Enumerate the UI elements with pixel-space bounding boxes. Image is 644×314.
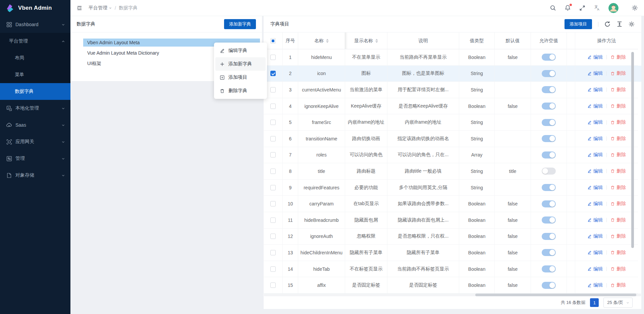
sidebar-item-3[interactable]: Saas: [0, 117, 70, 133]
row-checkbox[interactable]: [270, 250, 276, 255]
sidebar-item-1[interactable]: 平台管理: [0, 33, 70, 50]
edit-button[interactable]: 编辑: [587, 185, 603, 191]
page-1-button[interactable]: 1: [590, 298, 599, 307]
sidebar-item-5[interactable]: 管理: [0, 150, 70, 167]
delete-button[interactable]: 删除: [610, 266, 626, 272]
row-checkbox[interactable]: [270, 234, 276, 239]
header-display-name[interactable]: 显示名称: [345, 33, 387, 49]
allow-empty-toggle[interactable]: [542, 103, 556, 110]
allow-empty-toggle[interactable]: [542, 70, 556, 77]
allow-empty-toggle[interactable]: [542, 168, 556, 175]
sidebar-item-4[interactable]: 应用网关: [0, 133, 70, 150]
edit-button[interactable]: 编辑: [587, 282, 603, 288]
cell-name: hideBreadcrumb: [298, 212, 345, 229]
delete-button[interactable]: 删除: [610, 185, 626, 191]
edit-button[interactable]: 编辑: [587, 103, 603, 109]
delete-button[interactable]: 删除: [610, 103, 626, 109]
edit-button[interactable]: 编辑: [587, 136, 603, 142]
sidebar-subitem-布局[interactable]: 布局: [0, 50, 70, 66]
horizontal-scrollbar-thumb[interactable]: [475, 294, 636, 296]
allow-empty-toggle[interactable]: [542, 151, 556, 159]
row-height-icon[interactable]: [616, 21, 623, 27]
refresh-icon[interactable]: [604, 21, 610, 27]
context-menu-item-0[interactable]: 编辑字典: [215, 44, 266, 57]
delete-button[interactable]: 删除: [610, 136, 626, 142]
add-item-button[interactable]: 添加项目: [565, 19, 592, 29]
edit-button[interactable]: 编辑: [587, 217, 603, 223]
row-checkbox[interactable]: [270, 55, 276, 60]
edit-button[interactable]: 编辑: [587, 201, 603, 207]
allow-empty-toggle[interactable]: [542, 135, 556, 142]
delete-button[interactable]: 删除: [610, 201, 626, 207]
row-checkbox[interactable]: [270, 282, 276, 288]
sidebar-item-6[interactable]: 对象存储: [0, 167, 70, 184]
allow-empty-toggle[interactable]: [542, 119, 556, 126]
page-size-select[interactable]: 25 条/页: [603, 298, 633, 308]
header-display-name-label: 显示名称: [354, 38, 373, 44]
delete-button[interactable]: 删除: [610, 250, 626, 256]
sidebar-subitem-数据字典[interactable]: 数据字典: [0, 83, 70, 100]
delete-button[interactable]: 删除: [610, 87, 626, 93]
row-checkbox[interactable]: [270, 201, 276, 206]
allow-empty-toggle[interactable]: [542, 233, 556, 240]
edit-button[interactable]: 编辑: [587, 119, 603, 125]
add-dictionary-button[interactable]: 添加新字典: [224, 19, 256, 29]
row-checkbox[interactable]: [270, 217, 276, 223]
delete-button[interactable]: 删除: [610, 282, 626, 288]
sidebar-item-2[interactable]: A本地化管理: [0, 100, 70, 117]
cell-description: 隐藏该路由在面包屑上...: [387, 212, 459, 229]
row-checkbox[interactable]: [270, 266, 276, 272]
context-menu-item-3[interactable]: 删除字典: [215, 84, 266, 98]
app-logo[interactable]: Vben Admin: [0, 0, 70, 16]
edit-button[interactable]: 编辑: [587, 233, 603, 239]
allow-empty-toggle[interactable]: [542, 265, 556, 272]
row-checkbox[interactable]: [270, 185, 276, 190]
header-name[interactable]: 名称: [298, 33, 345, 49]
edit-button[interactable]: 编辑: [587, 54, 603, 60]
sidebar-item-0[interactable]: Dashboard: [0, 16, 70, 33]
delete-button[interactable]: 删除: [610, 168, 626, 174]
breadcrumb-item-platform[interactable]: 平台管理: [89, 5, 112, 11]
edit-button[interactable]: 编辑: [587, 87, 603, 93]
context-menu-item-1[interactable]: 添加新字典: [215, 57, 266, 71]
edit-button[interactable]: 编辑: [587, 152, 603, 158]
allow-empty-toggle[interactable]: [542, 249, 556, 256]
edit-button[interactable]: 编辑: [587, 250, 603, 256]
avatar[interactable]: [608, 3, 619, 13]
row-checkbox[interactable]: [270, 169, 276, 174]
settings-gear-icon[interactable]: [631, 5, 638, 11]
breadcrumb-item-dict[interactable]: 数据字典: [119, 5, 138, 11]
row-checkbox[interactable]: [270, 71, 276, 76]
edit-button[interactable]: 编辑: [587, 266, 603, 272]
cell-default-value: false: [495, 229, 531, 245]
gear-icon[interactable]: [629, 21, 635, 27]
menu-fold-icon[interactable]: [76, 5, 83, 11]
row-checkbox[interactable]: [270, 87, 276, 92]
sidebar-subitem-菜单[interactable]: 菜单: [0, 66, 70, 83]
bell-icon[interactable]: [564, 5, 571, 11]
edit-button[interactable]: 编辑: [587, 168, 603, 174]
delete-button[interactable]: 删除: [610, 152, 626, 158]
delete-button[interactable]: 删除: [610, 217, 626, 223]
allow-empty-toggle[interactable]: [542, 86, 556, 93]
row-checkbox[interactable]: [270, 104, 276, 109]
delete-button[interactable]: 删除: [610, 54, 626, 60]
delete-button[interactable]: 删除: [610, 70, 626, 76]
vertical-scrollbar[interactable]: [631, 52, 634, 248]
allow-empty-toggle[interactable]: [542, 282, 556, 289]
allow-empty-toggle[interactable]: [542, 54, 556, 61]
row-checkbox[interactable]: [270, 120, 276, 125]
allow-empty-toggle[interactable]: [542, 184, 556, 191]
allow-empty-toggle[interactable]: [542, 216, 556, 224]
edit-button[interactable]: 编辑: [587, 70, 603, 76]
fullscreen-icon[interactable]: [579, 5, 586, 11]
delete-button[interactable]: 删除: [610, 233, 626, 239]
row-checkbox[interactable]: [270, 136, 276, 141]
context-menu-item-2[interactable]: 添加项目: [215, 71, 266, 84]
allow-empty-toggle[interactable]: [542, 200, 556, 207]
row-checkbox[interactable]: [270, 152, 276, 158]
translate-icon[interactable]: 文A: [594, 5, 600, 11]
search-icon[interactable]: [549, 5, 556, 11]
select-all-checkbox[interactable]: [270, 38, 276, 44]
delete-button[interactable]: 删除: [610, 119, 626, 125]
